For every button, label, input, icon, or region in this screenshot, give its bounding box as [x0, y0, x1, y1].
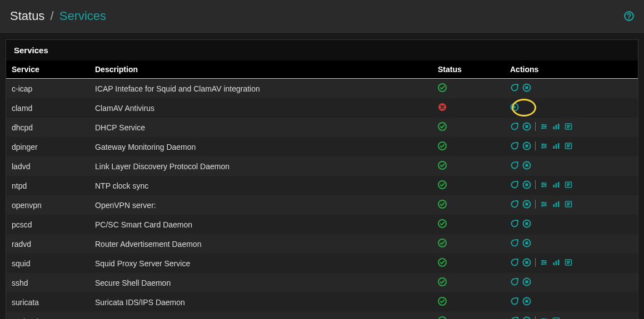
chart-icon[interactable]	[552, 258, 561, 267]
action-divider	[535, 258, 536, 267]
check-circle-icon	[438, 200, 447, 209]
service-name: dpinger	[6, 137, 89, 156]
table-row: ladvdLink Layer Discovery Protocol Daemo…	[6, 156, 638, 176]
service-status	[421, 118, 505, 137]
restart-icon[interactable]	[510, 297, 519, 306]
service-description: Router Advertisement Daemon	[89, 234, 421, 254]
chart-icon[interactable]	[552, 200, 561, 209]
stop-icon[interactable]	[522, 83, 531, 92]
service-status	[421, 254, 505, 273]
stop-icon[interactable]	[522, 161, 531, 170]
service-actions	[505, 156, 638, 176]
stop-icon[interactable]	[522, 297, 531, 306]
stop-icon[interactable]	[522, 200, 531, 209]
service-actions	[505, 98, 638, 118]
restart-icon[interactable]	[510, 141, 519, 150]
service-status	[421, 234, 505, 254]
restart-icon[interactable]	[510, 83, 519, 92]
log-icon[interactable]	[564, 141, 573, 150]
settings-icon[interactable]	[540, 258, 548, 267]
actions-group	[510, 258, 573, 267]
settings-icon[interactable]	[540, 180, 548, 189]
restart-icon[interactable]	[510, 122, 519, 131]
table-row: c-icapICAP Inteface for Squid and ClamAV…	[6, 79, 638, 99]
service-actions	[505, 234, 638, 254]
breadcrumb-sep: /	[51, 9, 54, 23]
restart-icon[interactable]	[510, 239, 519, 247]
actions-group	[510, 200, 573, 209]
table-row: syslogdSystem Logger Daemon	[6, 312, 638, 319]
service-actions	[505, 292, 638, 312]
service-actions	[505, 254, 638, 273]
log-icon[interactable]	[564, 180, 573, 189]
stop-icon[interactable]	[522, 219, 531, 228]
log-icon[interactable]	[564, 258, 573, 267]
table-row: pcscdPC/SC Smart Card Daemon	[6, 215, 638, 234]
restart-icon[interactable]	[510, 161, 519, 170]
restart-icon[interactable]	[510, 277, 519, 286]
stop-icon[interactable]	[522, 180, 531, 189]
service-name: squid	[6, 254, 89, 273]
restart-icon[interactable]	[510, 316, 519, 319]
chart-icon[interactable]	[552, 141, 561, 150]
check-circle-icon	[438, 180, 447, 189]
service-description: NTP clock sync	[89, 176, 421, 195]
log-icon[interactable]	[552, 316, 561, 319]
actions-group	[510, 83, 531, 92]
table-row: sshdSecure Shell Daemon	[6, 273, 638, 292]
log-icon[interactable]	[564, 122, 573, 131]
action-divider	[535, 122, 536, 131]
breadcrumb-leaf[interactable]: Services	[59, 9, 106, 23]
service-actions	[505, 79, 638, 99]
table-row: openvpnOpenVPN server:	[6, 195, 638, 215]
stop-icon[interactable]	[522, 258, 531, 267]
chart-icon[interactable]	[552, 180, 561, 189]
panel-title: Services	[6, 40, 638, 60]
actions-group	[510, 316, 561, 319]
service-status	[421, 292, 505, 312]
settings-icon[interactable]	[540, 122, 548, 131]
breadcrumb-root[interactable]: Status	[10, 9, 44, 23]
actions-group	[510, 219, 531, 228]
settings-icon[interactable]	[540, 200, 548, 209]
services-panel: Services Service Description Status Acti…	[6, 39, 638, 319]
check-circle-icon	[438, 141, 447, 150]
stop-icon[interactable]	[522, 277, 531, 286]
check-circle-icon	[438, 219, 447, 228]
restart-icon[interactable]	[510, 180, 519, 189]
actions-group	[510, 103, 519, 112]
settings-icon[interactable]	[540, 316, 548, 319]
restart-icon[interactable]	[510, 258, 519, 267]
play-icon[interactable]	[510, 103, 519, 112]
stop-icon[interactable]	[522, 316, 531, 319]
chart-icon[interactable]	[552, 122, 561, 131]
check-circle-icon	[438, 83, 447, 92]
th-description: Description	[89, 60, 421, 79]
actions-group	[510, 180, 573, 189]
th-service: Service	[6, 60, 89, 79]
services-table: Service Description Status Actions c-ica…	[6, 60, 638, 319]
service-status	[421, 195, 505, 215]
restart-icon[interactable]	[510, 200, 519, 209]
stop-icon[interactable]	[522, 239, 531, 247]
service-name: openvpn	[6, 195, 89, 215]
actions-group	[510, 161, 531, 170]
check-circle-icon	[438, 297, 447, 306]
service-description: DHCP Service	[89, 118, 421, 137]
action-divider	[535, 316, 536, 319]
actions-group	[510, 239, 531, 247]
service-name: suricata	[6, 292, 89, 312]
restart-icon[interactable]	[510, 219, 519, 228]
stop-icon[interactable]	[522, 141, 531, 150]
stop-icon[interactable]	[522, 122, 531, 131]
service-name: radvd	[6, 234, 89, 254]
check-circle-icon	[438, 258, 447, 267]
table-row: ntpdNTP clock sync	[6, 176, 638, 195]
table-row: squidSquid Proxy Server Service	[6, 254, 638, 273]
help-icon[interactable]	[624, 11, 634, 21]
settings-icon[interactable]	[540, 141, 548, 150]
service-name: pcscd	[6, 215, 89, 234]
service-description: System Logger Daemon	[89, 312, 421, 319]
log-icon[interactable]	[564, 200, 573, 209]
table-row: radvdRouter Advertisement Daemon	[6, 234, 638, 254]
